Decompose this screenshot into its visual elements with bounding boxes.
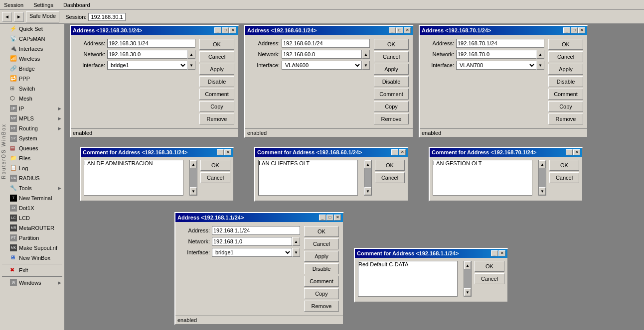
sidebar-item-make[interactable]: MK Make Supout.rif [0, 243, 64, 253]
comment-win2-scroll-down[interactable]: ▼ [364, 187, 371, 195]
addr4-remove-btn[interactable]: Remove [304, 301, 339, 312]
addr2-apply-btn[interactable]: Apply [374, 64, 409, 75]
win2-minimize[interactable]: _ [389, 27, 396, 33]
win4-close[interactable]: ✕ [334, 215, 341, 220]
addr3-apply-btn[interactable]: Apply [548, 64, 583, 75]
comment-win1-scroll-down[interactable]: ▼ [190, 187, 197, 195]
sidebar-item-metarouter[interactable]: MR MetaROUTER [0, 223, 64, 233]
addr3-disable-btn[interactable]: Disable [548, 76, 583, 87]
comment-win4-ok-btn[interactable]: OK [475, 261, 504, 272]
win2-maximize[interactable]: □ [396, 27, 403, 33]
cwin1-minimize[interactable]: _ [217, 149, 224, 155]
comment-win2-titlebar[interactable]: Comment for Address <192.168.60.1/24> _ … [255, 148, 408, 157]
addr3-network-scroll[interactable]: ▲ [536, 50, 544, 59]
sidebar-item-tools[interactable]: 🔧 Tools ▶ [0, 183, 64, 193]
menu-session[interactable]: Session [2, 2, 25, 8]
addr4-apply-btn[interactable]: Apply [304, 251, 339, 262]
sidebar-item-dot1x[interactable]: 1X Dot1X [0, 203, 64, 213]
cwin1-close[interactable]: ✕ [224, 149, 231, 155]
addr1-ok-btn[interactable]: OK [199, 39, 234, 50]
sidebar-item-log[interactable]: 📋 Log [0, 163, 64, 173]
addr1-network-scroll[interactable]: ▲ [187, 50, 195, 59]
addr1-comment-btn[interactable]: Comment [199, 89, 234, 100]
comment-win3-cancel-btn[interactable]: Cancel [549, 172, 579, 183]
addr2-copy-btn[interactable]: Copy [374, 101, 409, 112]
addr3-address-input[interactable] [456, 39, 544, 48]
comment-win4-scroll-up[interactable]: ▲ [464, 261, 471, 269]
sidebar-item-windows[interactable]: W Windows ▶ [0, 278, 64, 288]
sidebar-item-bridge[interactable]: 🔗 Bridge [0, 64, 64, 74]
sidebar-item-ip[interactable]: IP IP ▶ [0, 104, 64, 113]
menu-dashboard[interactable]: Dashboard [61, 2, 92, 8]
addr1-copy-btn[interactable]: Copy [199, 101, 234, 112]
sidebar-item-exit[interactable]: ✖ Exit [0, 265, 64, 275]
sidebar-item-wireless[interactable]: 📶 Wireless [0, 54, 64, 64]
addr4-address-input[interactable] [212, 226, 300, 235]
addr2-ok-btn[interactable]: OK [374, 39, 409, 50]
sidebar-item-switch[interactable]: ⊞ Switch [0, 84, 64, 94]
comment-win4-textarea[interactable] [358, 261, 458, 297]
addr4-comment-btn[interactable]: Comment [304, 276, 339, 287]
sidebar-item-capsman[interactable]: 📡 CAPsMAN [0, 34, 64, 44]
addr2-remove-btn[interactable]: Remove [374, 113, 409, 124]
menu-settings[interactable]: Settings [31, 2, 55, 8]
address-win2-titlebar[interactable]: Address <192.168.60.1/24> _ □ ✕ [245, 26, 413, 35]
sidebar-item-system[interactable]: SY System [0, 133, 64, 143]
win1-close[interactable]: ✕ [229, 27, 236, 33]
cwin3-minimize[interactable]: _ [566, 149, 573, 155]
win2-close[interactable]: ✕ [404, 27, 411, 33]
sidebar-item-quickset[interactable]: ⚡ Quick Set [0, 24, 64, 34]
sidebar-item-newterminal[interactable]: T New Terminal [0, 193, 64, 203]
comment-win4-titlebar[interactable]: Comment for Address <192.168.1.1/24> _ ✕ [355, 249, 507, 258]
addr1-interface-dropdown[interactable]: ▼ [187, 61, 195, 70]
address-win4-titlebar[interactable]: Address <192.168.1.1/24> _ □ ✕ [175, 213, 343, 222]
addr3-interface-select[interactable]: VLAN700 [456, 61, 536, 70]
cwin2-close[interactable]: ✕ [399, 149, 406, 155]
win3-maximize[interactable]: □ [571, 27, 578, 33]
comment-win1-scroll-up[interactable]: ▲ [190, 160, 197, 168]
sidebar-item-interfaces[interactable]: 🔌 Interfaces [0, 44, 64, 54]
comment-win1-ok-btn[interactable]: OK [200, 160, 230, 171]
win3-close[interactable]: ✕ [578, 27, 585, 33]
cwin2-minimize[interactable]: _ [391, 149, 398, 155]
comment-win3-ok-btn[interactable]: OK [549, 160, 579, 171]
addr1-network-input[interactable] [107, 50, 187, 59]
addr3-cancel-btn[interactable]: Cancel [548, 51, 583, 62]
addr1-interface-select[interactable]: bridge1 [107, 61, 187, 70]
comment-win3-scroll-up[interactable]: ▲ [539, 160, 546, 168]
sidebar-item-files[interactable]: 📁 Files [0, 153, 64, 163]
addr1-cancel-btn[interactable]: Cancel [199, 51, 234, 62]
addr3-comment-btn[interactable]: Comment [548, 89, 583, 100]
addr1-apply-btn[interactable]: Apply [199, 64, 234, 75]
addr2-disable-btn[interactable]: Disable [374, 76, 409, 87]
comment-win3-scroll-down[interactable]: ▼ [539, 187, 546, 195]
comment-win3-textarea[interactable] [433, 160, 532, 196]
comment-win3-titlebar[interactable]: Comment for Address <192.168.70.1/24> _ … [430, 148, 582, 157]
forward-button[interactable]: ► [14, 12, 24, 22]
addr4-network-input[interactable] [212, 237, 292, 246]
comment-win2-scroll-up[interactable]: ▲ [364, 160, 371, 168]
addr1-remove-btn[interactable]: Remove [199, 113, 234, 124]
addr1-address-input[interactable] [107, 39, 195, 48]
addr3-copy-btn[interactable]: Copy [548, 101, 583, 112]
cwin3-close[interactable]: ✕ [573, 149, 580, 155]
sidebar-item-routing[interactable]: RT Routing ▶ [0, 123, 64, 133]
comment-win4-cancel-btn[interactable]: Cancel [475, 273, 504, 284]
comment-win2-textarea[interactable] [258, 160, 358, 196]
addr2-network-scroll[interactable]: ▲ [362, 50, 370, 59]
sidebar-item-radius[interactable]: RA RADIUS [0, 173, 64, 183]
cwin4-close[interactable]: ✕ [498, 250, 505, 256]
addr4-ok-btn[interactable]: OK [304, 226, 339, 237]
sidebar-item-partition[interactable]: PT Partition [0, 233, 64, 243]
addr3-ok-btn[interactable]: OK [548, 39, 583, 50]
sidebar-item-newwinbox[interactable]: 🖥 New WinBox [0, 253, 64, 263]
sidebar-item-mesh[interactable]: ⬡ Mesh [0, 94, 64, 104]
addr4-interface-dropdown[interactable]: ▼ [292, 248, 300, 257]
comment-win1-titlebar[interactable]: Comment for Address <192.168.30.1/24> _ … [81, 148, 233, 157]
comment-win1-cancel-btn[interactable]: Cancel [200, 172, 230, 183]
addr4-disable-btn[interactable]: Disable [304, 263, 339, 274]
win3-minimize[interactable]: _ [563, 27, 570, 33]
win4-minimize[interactable]: _ [319, 215, 326, 220]
win1-maximize[interactable]: □ [222, 27, 229, 33]
comment-win1-textarea[interactable] [84, 160, 183, 196]
